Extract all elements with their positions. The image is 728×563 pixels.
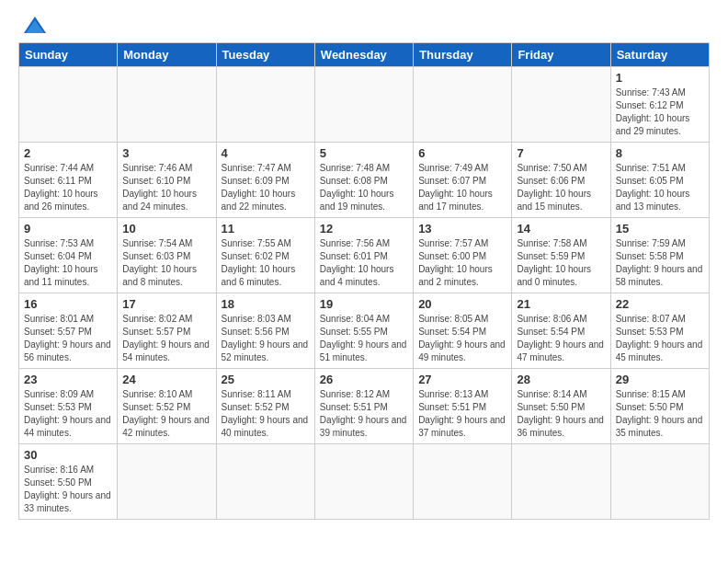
calendar-day-header: Wednesday <box>314 43 413 67</box>
day-number: 7 <box>517 146 605 160</box>
day-number: 30 <box>24 448 112 462</box>
calendar-day-cell <box>118 444 216 520</box>
day-number: 2 <box>24 146 112 160</box>
calendar-day-cell <box>414 444 512 520</box>
day-info: Sunrise: 7:59 AMSunset: 5:58 PMDaylight:… <box>616 237 704 289</box>
calendar-day-cell: 16Sunrise: 8:01 AMSunset: 5:57 PMDayligh… <box>19 293 118 369</box>
calendar-day-cell <box>512 444 610 520</box>
calendar-header-row: SundayMondayTuesdayWednesdayThursdayFrid… <box>19 43 710 67</box>
calendar-day-cell <box>414 67 512 143</box>
calendar-day-cell: 15Sunrise: 7:59 AMSunset: 5:58 PMDayligh… <box>610 218 709 293</box>
day-number: 5 <box>320 146 408 160</box>
calendar-body: 1Sunrise: 7:43 AMSunset: 6:12 PMDaylight… <box>19 67 710 520</box>
calendar-day-cell: 24Sunrise: 8:10 AMSunset: 5:52 PMDayligh… <box>118 369 216 444</box>
day-info: Sunrise: 7:46 AMSunset: 6:10 PMDaylight:… <box>122 162 210 213</box>
day-number: 18 <box>222 297 310 311</box>
day-info: Sunrise: 8:05 AMSunset: 5:54 PMDaylight:… <box>418 313 506 364</box>
day-info: Sunrise: 7:47 AMSunset: 6:09 PMDaylight:… <box>222 162 310 213</box>
calendar-day-cell: 19Sunrise: 8:04 AMSunset: 5:55 PMDayligh… <box>314 293 413 369</box>
day-info: Sunrise: 7:58 AMSunset: 5:59 PMDaylight:… <box>517 237 605 289</box>
calendar-day-header: Sunday <box>19 43 118 67</box>
calendar-day-cell: 30Sunrise: 8:16 AMSunset: 5:50 PMDayligh… <box>19 444 118 520</box>
page-header <box>18 15 710 35</box>
day-number: 10 <box>122 222 210 236</box>
day-number: 17 <box>122 297 210 311</box>
day-info: Sunrise: 7:48 AMSunset: 6:08 PMDaylight:… <box>320 162 408 213</box>
calendar-day-cell <box>610 444 709 520</box>
calendar-day-cell: 2Sunrise: 7:44 AMSunset: 6:11 PMDaylight… <box>19 143 118 218</box>
day-info: Sunrise: 7:56 AMSunset: 6:01 PMDaylight:… <box>320 237 408 289</box>
day-number: 12 <box>320 222 408 236</box>
day-info: Sunrise: 8:10 AMSunset: 5:52 PMDaylight:… <box>122 388 210 440</box>
calendar-day-cell <box>314 444 413 520</box>
day-number: 20 <box>418 297 506 311</box>
day-number: 25 <box>222 373 310 386</box>
day-info: Sunrise: 7:43 AMSunset: 6:12 PMDaylight:… <box>616 86 704 138</box>
day-number: 13 <box>418 222 506 236</box>
calendar-day-header: Saturday <box>610 43 709 67</box>
calendar-day-cell: 14Sunrise: 7:58 AMSunset: 5:59 PMDayligh… <box>512 218 610 293</box>
day-number: 29 <box>616 373 704 386</box>
day-number: 22 <box>616 297 704 311</box>
day-info: Sunrise: 7:55 AMSunset: 6:02 PMDaylight:… <box>222 237 310 289</box>
calendar-day-cell: 28Sunrise: 8:14 AMSunset: 5:50 PMDayligh… <box>512 369 610 444</box>
calendar-day-cell: 22Sunrise: 8:07 AMSunset: 5:53 PMDayligh… <box>610 293 709 369</box>
day-info: Sunrise: 8:06 AMSunset: 5:54 PMDaylight:… <box>517 313 605 364</box>
calendar-day-cell: 8Sunrise: 7:51 AMSunset: 6:05 PMDaylight… <box>610 143 709 218</box>
day-info: Sunrise: 8:01 AMSunset: 5:57 PMDaylight:… <box>24 313 112 364</box>
calendar-day-cell: 11Sunrise: 7:55 AMSunset: 6:02 PMDayligh… <box>216 218 314 293</box>
day-number: 24 <box>122 373 210 386</box>
calendar-day-cell: 20Sunrise: 8:05 AMSunset: 5:54 PMDayligh… <box>414 293 512 369</box>
day-info: Sunrise: 7:54 AMSunset: 6:03 PMDaylight:… <box>122 237 210 289</box>
day-info: Sunrise: 8:12 AMSunset: 5:51 PMDaylight:… <box>320 388 408 440</box>
calendar-day-cell <box>314 67 413 143</box>
day-number: 16 <box>24 297 112 311</box>
day-info: Sunrise: 7:53 AMSunset: 6:04 PMDaylight:… <box>24 237 112 289</box>
calendar-day-cell: 21Sunrise: 8:06 AMSunset: 5:54 PMDayligh… <box>512 293 610 369</box>
day-info: Sunrise: 8:16 AMSunset: 5:50 PMDaylight:… <box>24 464 112 515</box>
logo-icon <box>22 15 48 35</box>
day-number: 3 <box>122 146 210 160</box>
day-info: Sunrise: 7:51 AMSunset: 6:05 PMDaylight:… <box>616 162 704 213</box>
calendar-day-cell: 9Sunrise: 7:53 AMSunset: 6:04 PMDaylight… <box>19 218 118 293</box>
day-info: Sunrise: 7:50 AMSunset: 6:06 PMDaylight:… <box>517 162 605 213</box>
day-number: 27 <box>418 373 506 386</box>
calendar-day-cell: 26Sunrise: 8:12 AMSunset: 5:51 PMDayligh… <box>314 369 413 444</box>
day-number: 19 <box>320 297 408 311</box>
day-number: 21 <box>517 297 605 311</box>
day-info: Sunrise: 8:04 AMSunset: 5:55 PMDaylight:… <box>320 313 408 364</box>
calendar-day-cell: 5Sunrise: 7:48 AMSunset: 6:08 PMDaylight… <box>314 143 413 218</box>
calendar-week-row: 16Sunrise: 8:01 AMSunset: 5:57 PMDayligh… <box>19 293 710 369</box>
calendar-week-row: 2Sunrise: 7:44 AMSunset: 6:11 PMDaylight… <box>19 143 710 218</box>
calendar-day-header: Tuesday <box>216 43 314 67</box>
calendar-table: SundayMondayTuesdayWednesdayThursdayFrid… <box>18 42 710 520</box>
day-number: 28 <box>517 373 605 386</box>
calendar-day-cell: 10Sunrise: 7:54 AMSunset: 6:03 PMDayligh… <box>118 218 216 293</box>
calendar-day-header: Monday <box>118 43 216 67</box>
day-info: Sunrise: 8:11 AMSunset: 5:52 PMDaylight:… <box>222 388 310 440</box>
calendar-week-row: 30Sunrise: 8:16 AMSunset: 5:50 PMDayligh… <box>19 444 710 520</box>
calendar-day-header: Friday <box>512 43 610 67</box>
calendar-day-cell: 3Sunrise: 7:46 AMSunset: 6:10 PMDaylight… <box>118 143 216 218</box>
calendar-day-cell: 7Sunrise: 7:50 AMSunset: 6:06 PMDaylight… <box>512 143 610 218</box>
calendar-day-cell <box>118 67 216 143</box>
calendar-day-cell: 18Sunrise: 8:03 AMSunset: 5:56 PMDayligh… <box>216 293 314 369</box>
calendar-day-cell: 4Sunrise: 7:47 AMSunset: 6:09 PMDaylight… <box>216 143 314 218</box>
calendar-day-cell: 13Sunrise: 7:57 AMSunset: 6:00 PMDayligh… <box>414 218 512 293</box>
calendar-day-cell: 1Sunrise: 7:43 AMSunset: 6:12 PMDaylight… <box>610 67 709 143</box>
day-info: Sunrise: 8:07 AMSunset: 5:53 PMDaylight:… <box>616 313 704 364</box>
day-info: Sunrise: 8:09 AMSunset: 5:53 PMDaylight:… <box>24 388 112 440</box>
day-info: Sunrise: 8:03 AMSunset: 5:56 PMDaylight:… <box>222 313 310 364</box>
calendar-day-cell: 6Sunrise: 7:49 AMSunset: 6:07 PMDaylight… <box>414 143 512 218</box>
calendar-day-cell: 29Sunrise: 8:15 AMSunset: 5:50 PMDayligh… <box>610 369 709 444</box>
calendar-day-cell <box>19 67 118 143</box>
day-info: Sunrise: 7:44 AMSunset: 6:11 PMDaylight:… <box>24 162 112 213</box>
day-info: Sunrise: 8:15 AMSunset: 5:50 PMDaylight:… <box>616 388 704 440</box>
day-info: Sunrise: 7:57 AMSunset: 6:00 PMDaylight:… <box>418 237 506 289</box>
calendar-week-row: 23Sunrise: 8:09 AMSunset: 5:53 PMDayligh… <box>19 369 710 444</box>
day-info: Sunrise: 7:49 AMSunset: 6:07 PMDaylight:… <box>418 162 506 213</box>
calendar-day-cell: 23Sunrise: 8:09 AMSunset: 5:53 PMDayligh… <box>19 369 118 444</box>
calendar-week-row: 1Sunrise: 7:43 AMSunset: 6:12 PMDaylight… <box>19 67 710 143</box>
day-number: 4 <box>222 146 310 160</box>
day-number: 14 <box>517 222 605 236</box>
